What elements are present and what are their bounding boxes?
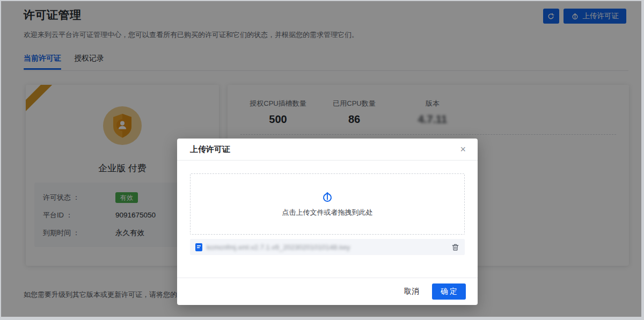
- modal-footer: 取消 确定: [177, 278, 478, 305]
- dropzone-hint: 点击上传文件或者拖拽到此处: [282, 208, 373, 217]
- cloud-upload-icon: [321, 191, 334, 203]
- upload-dropzone[interactable]: 点击上传文件或者拖拽到此处: [190, 173, 465, 235]
- confirm-button[interactable]: 确定: [432, 283, 466, 300]
- delete-file-button[interactable]: [451, 243, 459, 251]
- file-icon: [195, 243, 202, 251]
- file-name-masked: kcmcnfmj.xml.v2.7.1.v9_20230201010148.ke…: [207, 243, 451, 251]
- trash-icon: [451, 243, 459, 251]
- modal-title: 上传许可证: [190, 144, 459, 155]
- modal-body: 点击上传文件或者拖拽到此处 kcmcnfmj.xml.v2.7.1.v9_202…: [177, 161, 478, 255]
- browser-frame: 许可证管理 欢迎来到云平台许可证管理中心，您可以查看所有已购买的许可证和它们的状…: [0, 0, 644, 320]
- modal-header: 上传许可证 ×: [177, 139, 478, 161]
- cancel-button[interactable]: 取消: [403, 285, 420, 299]
- close-icon[interactable]: ×: [459, 144, 467, 154]
- license-management-page: 许可证管理 欢迎来到云平台许可证管理中心，您可以查看所有已购买的许可证和它们的状…: [1, 1, 641, 317]
- upload-license-modal: 上传许可证 × 点击上传文件或者拖拽到此处: [177, 139, 478, 305]
- uploaded-file-row: kcmcnfmj.xml.v2.7.1.v9_20230201010148.ke…: [190, 239, 465, 255]
